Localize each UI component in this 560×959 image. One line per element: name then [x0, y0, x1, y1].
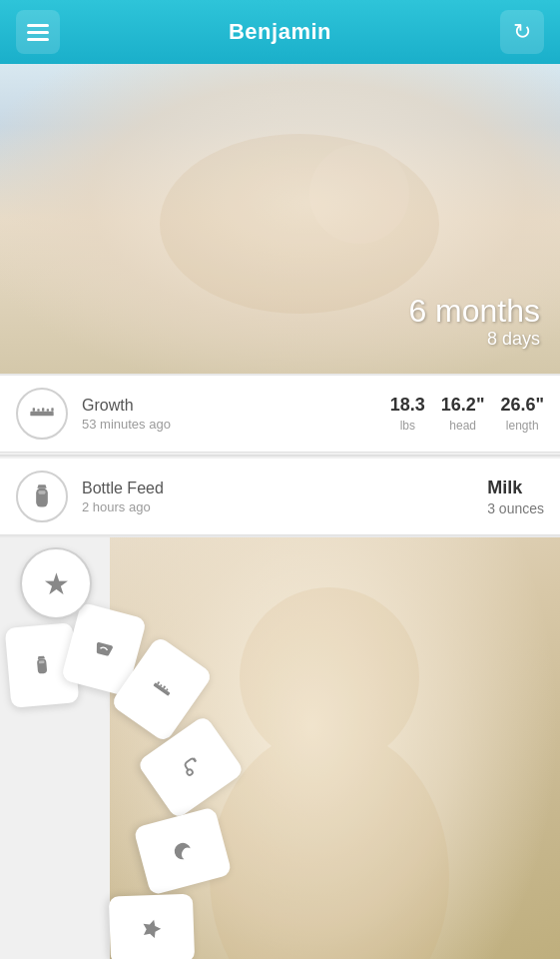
quick-add-button[interactable]: ★: [20, 547, 92, 619]
bottle-fan-icon: [30, 653, 54, 677]
bottle-icon-circle: [16, 471, 68, 522]
bottle-icon: [28, 482, 56, 510]
head-unit: head: [449, 419, 476, 433]
menu-button[interactable]: [16, 10, 60, 54]
growth-icon-circle: [16, 388, 68, 440]
growth-stat-row[interactable]: Growth 53 minutes ago 18.3 lbs 16.2" hea…: [0, 376, 560, 453]
head-num: 16.2": [441, 395, 485, 416]
fan-menu: ★: [0, 537, 299, 959]
milk-detail: Milk 3 ounces: [487, 478, 544, 516]
svg-rect-5: [42, 408, 44, 412]
refresh-icon: ↻: [513, 19, 531, 45]
growth-label: Growth: [82, 397, 390, 415]
diaper-fan-icon: [91, 636, 118, 663]
fan-item-activity[interactable]: [109, 894, 195, 959]
milk-amount: 3 ounces: [487, 500, 544, 516]
app-header: Benjamin ↻: [0, 0, 560, 64]
bottle-label: Bottle Feed: [82, 480, 471, 497]
svg-rect-9: [39, 490, 46, 494]
star-fan-icon: [141, 918, 164, 941]
star-icon: ★: [43, 566, 70, 601]
growth-values: 18.3 lbs 16.2" head 26.6" length: [390, 395, 544, 434]
app-title: Benjamin: [229, 19, 331, 45]
svg-rect-2: [30, 412, 53, 417]
svg-rect-7: [51, 408, 53, 412]
stethoscope-fan-icon: [176, 752, 207, 783]
fan-item-sleep[interactable]: [133, 806, 232, 895]
bottle-time: 2 hours ago: [82, 499, 471, 514]
ruler-icon: [28, 400, 56, 428]
length-block: 26.6" length: [500, 395, 544, 434]
svg-rect-3: [33, 408, 35, 412]
svg-marker-22: [143, 920, 161, 939]
divider: [0, 455, 560, 457]
age-days: 8 days: [408, 329, 540, 350]
bottle-feed-stat-row[interactable]: Bottle Feed 2 hours ago Milk 3 ounces: [0, 459, 560, 535]
fan-section: ★: [0, 537, 560, 959]
svg-rect-13: [39, 660, 45, 663]
hamburger-icon: [27, 20, 49, 45]
svg-point-1: [309, 144, 409, 244]
svg-rect-6: [47, 409, 49, 411]
moon-fan-icon: [170, 838, 197, 865]
baby-silhouette: [100, 124, 459, 344]
age-months: 6 months: [408, 294, 540, 329]
stats-area: Growth 53 minutes ago 18.3 lbs 16.2" hea…: [0, 376, 560, 535]
bottle-info: Bottle Feed 2 hours ago: [82, 480, 471, 514]
head-block: 16.2" head: [441, 395, 485, 434]
weight-unit: lbs: [400, 419, 415, 433]
growth-time: 53 minutes ago: [82, 417, 390, 432]
length-num: 26.6": [500, 395, 544, 416]
svg-rect-4: [37, 409, 39, 411]
growth-info: Growth 53 minutes ago: [82, 397, 390, 432]
ruler-fan-icon: [147, 674, 178, 705]
length-unit: length: [506, 419, 539, 433]
weight-block: 18.3 lbs: [390, 395, 425, 434]
age-label: 6 months 8 days: [408, 294, 540, 350]
weight-num: 18.3: [390, 395, 425, 416]
refresh-button[interactable]: ↻: [500, 10, 544, 54]
hero-image: 6 months 8 days: [0, 64, 560, 374]
milk-type: Milk: [487, 478, 544, 498]
